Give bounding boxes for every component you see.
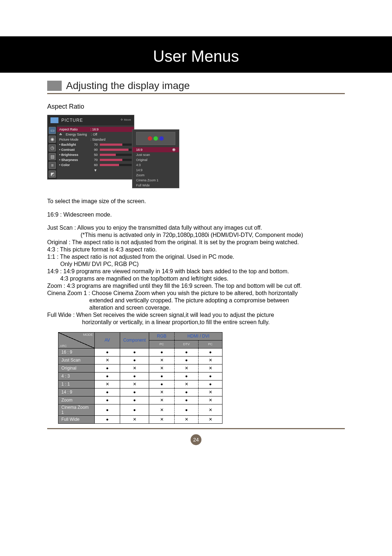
- description-list: 16:9 : Widescreen mode. Just Scan : Allo…: [47, 210, 345, 326]
- table-cell: ●: [120, 372, 149, 380]
- subtitle: Adjusting the display image: [66, 80, 190, 92]
- table-cell: ✕: [199, 415, 222, 423]
- table-cell: ●: [120, 388, 149, 396]
- compatibility-table: MODE ARC AV Component RGB HDMI / DVI PC …: [58, 332, 222, 424]
- popup-option[interactable]: Original: [132, 157, 179, 162]
- table-cell: ✕: [175, 415, 199, 423]
- table-cell: ●: [175, 348, 199, 356]
- radio-icon: [172, 148, 175, 151]
- network-tab-icon[interactable]: ≡: [49, 162, 56, 169]
- popup-option[interactable]: 14:9: [132, 168, 179, 173]
- picture-icon: [50, 117, 58, 123]
- table-cell: ●: [120, 404, 149, 415]
- table-cell: ✕: [120, 380, 149, 388]
- table-cell: ●: [95, 415, 120, 423]
- table-row-label: Original: [58, 364, 95, 372]
- picture-tab-icon[interactable]: ▭: [49, 127, 56, 134]
- table-cell: ●: [149, 380, 175, 388]
- table-cell: ✕: [120, 415, 149, 423]
- table-cell: ●: [175, 404, 199, 415]
- table-cell: ✕: [199, 364, 222, 372]
- osd-item-energy-saving[interactable]: ☘ Energy Saving : Off: [59, 132, 132, 137]
- table-row-label: Full Wide: [58, 415, 95, 423]
- popup-option[interactable]: Just scan: [132, 152, 179, 157]
- time-tab-icon[interactable]: ◷: [49, 144, 56, 152]
- table-cell: ✕: [149, 364, 175, 372]
- table-cell: ●: [175, 356, 199, 364]
- table-row-label: Just Scan: [58, 356, 95, 364]
- osd-item-picture-mode[interactable]: Picture Mode : Standard: [59, 137, 132, 142]
- osd-slider[interactable]: • Color60: [59, 162, 132, 168]
- table-cell: ✕: [149, 388, 175, 396]
- osd-panel: PICTURE ✢Move ▭ ◉ ◷ ▤ ≡ ◩ Aspect Ratio: [47, 115, 345, 188]
- aspect-ratio-heading: Aspect Ratio: [47, 103, 345, 110]
- table-row-label: 4 : 3: [58, 372, 95, 380]
- table-cell: ✕: [199, 388, 222, 396]
- table-cell: ●: [175, 388, 199, 396]
- table-cell: ✕: [95, 380, 120, 388]
- osd-slider[interactable]: • Backlight70: [59, 142, 132, 147]
- table-cell: ●: [95, 396, 120, 404]
- page-number: 24: [191, 434, 201, 445]
- osd-title: PICTURE: [61, 118, 83, 123]
- table-cell: ●: [149, 372, 175, 380]
- table-row-label: 16 : 9: [58, 348, 95, 356]
- option-tab-icon[interactable]: ▤: [49, 153, 56, 160]
- table-cell: ●: [120, 356, 149, 364]
- subtitle-marker: [47, 81, 62, 91]
- osd-more-icon: ▼: [59, 168, 132, 172]
- table-cell: ●: [149, 348, 175, 356]
- table-cell: ●: [95, 404, 120, 415]
- table-cell: ✕: [199, 356, 222, 364]
- intro-text: To select the image size of the screen.: [47, 197, 345, 206]
- table-row-label: 1 : 1: [58, 380, 95, 388]
- rule-top: [47, 93, 345, 94]
- table-cell: ●: [120, 396, 149, 404]
- page-title: User Menus: [0, 36, 392, 73]
- table-cell: ✕: [199, 396, 222, 404]
- popup-option[interactable]: Cinena Zoom 1: [132, 178, 179, 183]
- popup-option[interactable]: Zoom: [132, 173, 179, 178]
- table-row-label: Cinema Zoom 1: [58, 404, 95, 415]
- osd-category-icons: ▭ ◉ ◷ ▤ ≡ ◩: [48, 125, 57, 179]
- table-cell: ✕: [175, 380, 199, 388]
- table-cell: ✕: [95, 356, 120, 364]
- rule-bottom: [47, 428, 345, 429]
- popup-option[interactable]: 4:3: [132, 162, 179, 168]
- table-cell: ●: [95, 372, 120, 380]
- osd-item-aspect-ratio[interactable]: Aspect Ratio : 16:9: [57, 127, 134, 132]
- table-cell: ●: [95, 364, 120, 372]
- table-cell: ●: [120, 348, 149, 356]
- popup-option[interactable]: Full Wide: [132, 183, 179, 188]
- aspect-ratio-popup: 16:9Just scanOriginal4:314:9ZoomCinena Z…: [132, 129, 179, 188]
- move-indicator: ✢Move: [121, 118, 131, 121]
- table-row-label: Zoom: [58, 396, 95, 404]
- table-cell: ✕: [149, 396, 175, 404]
- osd-slider[interactable]: • Contrast90: [59, 147, 132, 152]
- table-cell: ●: [199, 380, 222, 388]
- leaf-icon: ☘: [59, 133, 64, 136]
- table-cell: ●: [95, 388, 120, 396]
- table-cell: ●: [199, 372, 222, 380]
- table-cell: ●: [199, 348, 222, 356]
- table-cell: ●: [175, 396, 199, 404]
- osd-slider[interactable]: • Brightness50: [59, 152, 132, 157]
- audio-tab-icon[interactable]: ◉: [49, 136, 56, 143]
- popup-option[interactable]: 16:9: [132, 147, 179, 152]
- popup-thumbnail: [136, 132, 175, 145]
- table-cell: ✕: [149, 356, 175, 364]
- table-cell: ✕: [199, 404, 222, 415]
- osd-slider[interactable]: • Sharpness70: [59, 157, 132, 162]
- table-cell: ●: [175, 372, 199, 380]
- table-cell: ✕: [175, 364, 199, 372]
- table-cell: ✕: [149, 415, 175, 423]
- table-row-label: 14 : 9: [58, 388, 95, 396]
- table-cell: ●: [95, 348, 120, 356]
- table-cell: ✕: [149, 404, 175, 415]
- usb-tab-icon[interactable]: ◩: [49, 170, 56, 178]
- table-cell: ✕: [120, 364, 149, 372]
